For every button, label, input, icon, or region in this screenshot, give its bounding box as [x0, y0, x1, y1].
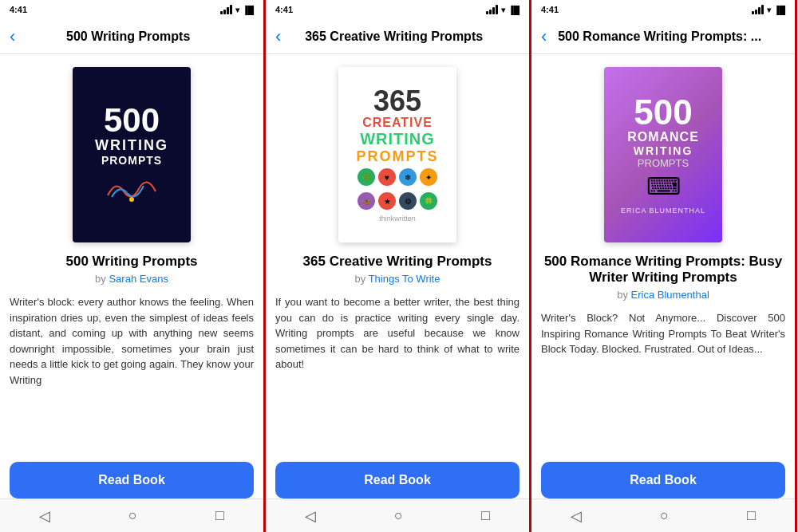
nav-title-2: 365 Creative Writing Prompts	[287, 30, 500, 44]
status-bar-2: 4:41 ▾ ▐█	[266, 0, 529, 19]
cover-365-prompts: PROMPTS	[356, 148, 438, 165]
cover-365-number: 365	[373, 87, 421, 116]
book-author-2: by Things To Write	[355, 273, 440, 285]
wifi-icon-1: ▾	[235, 6, 239, 14]
signal-bar-2-3	[492, 7, 495, 14]
signal-bar-4	[230, 5, 232, 14]
book-cover-2: 365 CREATIVE WRITING PROMPTS 🌿 ♥ ❄ ✦ 🦋 ★…	[338, 67, 456, 242]
cover-icon-6: ★	[378, 192, 396, 210]
read-book-button-3[interactable]: Read Book	[541, 462, 785, 499]
cover-500-squiggle	[100, 171, 164, 207]
wifi-icon-2: ▾	[501, 6, 505, 14]
cover-365-writing: WRITING	[360, 130, 435, 148]
signal-bars-3	[752, 5, 764, 14]
book-author-3: by Erica Blumenthal	[617, 289, 709, 301]
status-bar-1: 4:41 ▾ ▐█	[0, 0, 263, 19]
nav-title-3: 500 Romance Writing Prompts: ...	[553, 30, 766, 44]
battery-icon-1: ▐█	[243, 6, 254, 14]
book-title-1: 500 Writing Prompts	[66, 254, 198, 270]
signal-bar-3-2	[755, 10, 757, 14]
cover-500r-prompts: PROMPTS	[638, 157, 689, 169]
svg-point-0	[129, 197, 134, 202]
signal-bar-1	[220, 11, 223, 14]
signal-bar-3	[227, 7, 229, 14]
back-button-3[interactable]: ‹	[541, 28, 547, 45]
signal-bar-3-3	[758, 7, 760, 14]
cover-365-icon-row-2: 🦋 ★ ⚙ 🍀	[358, 192, 437, 210]
signal-bar-2-1	[486, 11, 488, 14]
bottom-bar-2: ◁ ○ □	[266, 499, 529, 532]
cover-365-creative: CREATIVE	[362, 116, 433, 130]
cover-500r-author-name: ERICA BLUMENTHAL	[621, 207, 705, 215]
wifi-icon-3: ▾	[767, 6, 771, 14]
nav-bar-3: ‹ 500 Romance Writing Prompts: ...	[531, 19, 795, 54]
cover-365-brand: thinkwritten	[379, 215, 416, 223]
signal-bars-1	[220, 5, 232, 14]
signal-bar-3-4	[761, 5, 764, 14]
book-description-1: Writer's block: every author knows the f…	[10, 294, 254, 388]
cover-500r-romance: ROMANCE	[627, 130, 699, 144]
phone-panel-1: 4:41 ▾ ▐█ ‹ 500 Writing Prompts 500 WRIT…	[0, 0, 266, 532]
signal-bar-2-2	[489, 10, 492, 14]
cover-365-icon-row-1: 🌿 ♥ ❄ ✦	[358, 168, 437, 186]
cover-icon-2: ♥	[378, 168, 396, 186]
cover-icon-1: 🌿	[358, 168, 375, 186]
status-time-2: 4:41	[275, 5, 293, 14]
book-author-1: by Sarah Evans	[95, 273, 168, 285]
nav-title-1: 500 Writing Prompts	[22, 30, 235, 44]
cover-icon-4: ✦	[420, 168, 437, 186]
book-cover-3: 500 ROMANCE WRITING PROMPTS ⌨ ERICA BLUM…	[604, 67, 722, 242]
battery-icon-2: ▐█	[508, 6, 519, 14]
book-title-3: 500 Romance Writing Prompts: Busy Writer…	[541, 254, 785, 286]
nav-bar-2: ‹ 365 Creative Writing Prompts	[266, 19, 529, 54]
scroll-content-3: 500 ROMANCE WRITING PROMPTS ⌨ ERICA BLUM…	[531, 54, 795, 532]
cover-icon-5: 🦋	[358, 192, 375, 210]
cover-500r-writing: WRITING	[634, 144, 693, 157]
signal-bars-2	[486, 5, 498, 14]
bottom-bar-1: ◁ ○ □	[0, 499, 263, 532]
nav-bar-1: ‹ 500 Writing Prompts	[0, 19, 263, 54]
nav-back-icon-1[interactable]: ◁	[39, 507, 50, 525]
status-icons-3: ▾ ▐█	[752, 5, 785, 14]
signal-bar-2	[223, 10, 226, 14]
cover-500r-number: 500	[634, 95, 692, 130]
scroll-content-2: 365 CREATIVE WRITING PROMPTS 🌿 ♥ ❄ ✦ 🦋 ★…	[266, 54, 529, 532]
status-bar-3: 4:41 ▾ ▐█	[531, 0, 795, 19]
cover-icon-3: ❄	[399, 168, 417, 186]
back-button-2[interactable]: ‹	[275, 28, 281, 45]
cover-500-prompts: PROMPTS	[101, 154, 162, 167]
phone-panel-3: 4:41 ▾ ▐█ ‹ 500 Romance Writing Prompts:…	[531, 0, 797, 532]
nav-back-icon-3[interactable]: ◁	[571, 507, 582, 525]
status-icons-2: ▾ ▐█	[486, 5, 519, 14]
signal-bar-2-4	[496, 5, 498, 14]
nav-recent-icon-1[interactable]: □	[215, 507, 224, 524]
back-button-1[interactable]: ‹	[10, 28, 15, 45]
book-description-2: If you want to become a better writer, t…	[275, 294, 519, 372]
bottom-bar-3: ◁ ○ □	[531, 499, 795, 532]
phone-panel-2: 4:41 ▾ ▐█ ‹ 365 Creative Writing Prompts…	[266, 0, 531, 532]
nav-recent-icon-2[interactable]: □	[481, 507, 490, 524]
read-book-button-1[interactable]: Read Book	[10, 462, 254, 499]
battery-icon-3: ▐█	[774, 6, 785, 14]
nav-home-icon-1[interactable]: ○	[128, 507, 137, 524]
read-book-button-2[interactable]: Read Book	[275, 462, 519, 499]
nav-home-icon-2[interactable]: ○	[394, 507, 403, 524]
nav-recent-icon-3[interactable]: □	[747, 507, 756, 524]
status-time-3: 4:41	[541, 5, 559, 14]
book-description-3: Writer's Block? Not Anymore... Discover …	[541, 310, 785, 357]
cover-icon-7: ⚙	[399, 192, 417, 210]
status-icons-1: ▾ ▐█	[220, 5, 254, 14]
status-time-1: 4:41	[10, 5, 27, 14]
nav-back-icon-2[interactable]: ◁	[305, 507, 316, 525]
book-title-2: 365 Creative Writing Prompts	[303, 254, 492, 270]
book-cover-1: 500 WRITING PROMPTS	[73, 67, 191, 242]
cover-500-number: 500	[104, 104, 160, 137]
scroll-content-1: 500 WRITING PROMPTS 500 Writing Prompts …	[0, 54, 263, 532]
signal-bar-3-1	[752, 11, 754, 14]
cover-500-writing: WRITING	[95, 137, 168, 154]
cover-500r-typewriter: ⌨	[646, 172, 681, 200]
nav-home-icon-3[interactable]: ○	[660, 507, 669, 524]
cover-icon-8: 🍀	[420, 192, 437, 210]
